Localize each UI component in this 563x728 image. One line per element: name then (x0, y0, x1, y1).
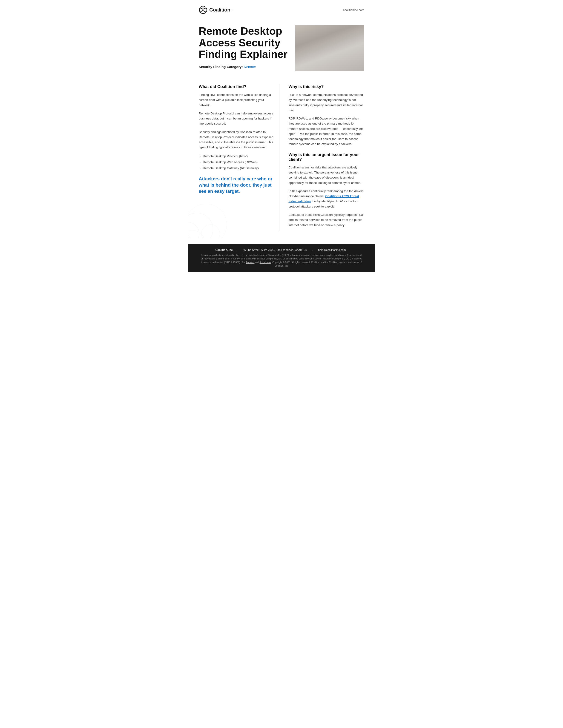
logo-dot: · (232, 8, 233, 12)
risky-para-2: RDP, RDWeb, and RDGateway become risky w… (289, 116, 365, 147)
svg-point-34 (201, 225, 220, 238)
footer-company: Coalition, Inc. (215, 248, 233, 252)
logo-area: Coalition · (199, 6, 233, 14)
urgent-para-2: RDP exposures continually rank among the… (289, 189, 365, 209)
licenses-link[interactable]: licenses (246, 261, 254, 264)
svg-point-25 (355, 47, 357, 49)
svg-rect-18 (348, 41, 364, 56)
svg-point-7 (312, 36, 325, 51)
hero-section: Remote Desktop Access Security Finding E… (188, 18, 375, 77)
what-did-coalition-find-heading: What did Coalition find? (199, 84, 274, 89)
disclaimers-link[interactable]: disclaimers (259, 261, 271, 264)
hero-photo (295, 25, 364, 71)
svg-point-26 (352, 60, 360, 67)
svg-point-32 (188, 204, 227, 238)
svg-line-22 (353, 30, 359, 36)
logo-text: Coalition (209, 7, 230, 13)
main-content: What did Coalition find? Finding RDP con… (188, 77, 375, 238)
decorative-circles (188, 188, 238, 238)
security-category-value: Remote (244, 65, 256, 69)
hero-text: Remote Desktop Access Security Finding E… (199, 25, 288, 69)
svg-point-30 (188, 213, 213, 238)
svg-point-9 (314, 34, 323, 44)
hero-image-area (295, 25, 364, 71)
right-column: Why is this risky? RDP is a network comm… (289, 84, 365, 231)
footer-address: 55 2nd Street, Suite 2500, San Francisco… (243, 248, 307, 252)
footer: Coalition, Inc. · 55 2nd Street, Suite 2… (188, 244, 375, 272)
why-urgent-heading: Why is this an urgent issue for your cli… (289, 152, 365, 162)
rdp-types-list: Remote Desktop Protocol (RDP) Remote Des… (199, 153, 274, 171)
svg-rect-12 (331, 51, 345, 71)
why-risky-heading: Why is this risky? (289, 84, 365, 89)
svg-rect-16 (309, 55, 321, 59)
coalition-logo-icon (199, 6, 207, 14)
hero-photo-svg (295, 25, 364, 71)
list-item-rdp: Remote Desktop Protocol (RDP) (199, 153, 274, 159)
svg-rect-6 (295, 57, 348, 71)
svg-point-28 (355, 63, 357, 64)
svg-rect-19 (348, 56, 364, 71)
svg-point-31 (188, 233, 189, 238)
svg-rect-5 (295, 25, 364, 71)
left-para-1: Finding RDP connections on the web is li… (199, 92, 274, 108)
left-para-3: Security findings identified by Coalitio… (199, 130, 274, 150)
page-title: Remote Desktop Access Security Finding E… (199, 25, 288, 60)
svg-point-10 (314, 34, 323, 38)
left-para-2: Remote Desktop Protocol can help employe… (199, 111, 274, 126)
svg-point-11 (331, 36, 345, 52)
list-item-rdweb: Remote Desktop Web Access (RDWeb) (199, 159, 274, 165)
svg-point-27 (354, 61, 358, 65)
footer-fine-print: Insurance products are offered in the U.… (199, 253, 364, 268)
svg-line-23 (353, 30, 359, 36)
svg-point-24 (352, 46, 360, 51)
footer-separator-1: · (236, 248, 239, 252)
svg-point-13 (333, 34, 343, 45)
list-item-rdgateway: Remote Desktop Gateway (RDGateway) (199, 165, 274, 171)
risky-para-1: RDP is a network communications protocol… (289, 92, 365, 113)
header: Coalition · coalitioninc.com (188, 0, 375, 18)
svg-point-14 (333, 32, 343, 39)
svg-rect-17 (348, 25, 364, 71)
security-category: Security Finding Category: Remote (199, 65, 288, 69)
svg-rect-15 (322, 48, 332, 61)
svg-rect-8 (312, 50, 325, 71)
svg-point-33 (188, 230, 205, 238)
footer-separator-2: · (312, 248, 315, 252)
security-category-label: Security Finding Category: (199, 65, 243, 69)
urgent-para-3: Because of these risks Coalition typical… (289, 212, 365, 228)
footer-main-info: Coalition, Inc. · 55 2nd Street, Suite 2… (199, 248, 364, 252)
header-website-url: coalitioninc.com (343, 8, 365, 12)
urgent-para-1: Coalition scans for risks that attackers… (289, 165, 365, 185)
footer-email: help@coalitioninc.com (318, 248, 346, 252)
